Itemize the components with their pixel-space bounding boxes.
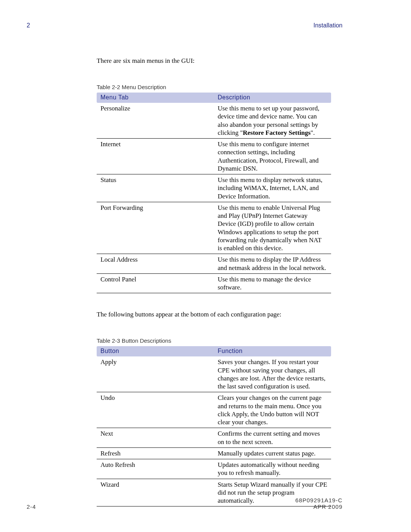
intro-text-1: There are six main menus in the GUI: <box>97 57 331 65</box>
menu-tab-description: Use this menu to manage the device softw… <box>214 273 331 293</box>
button-function: Confirms the current setting and moves o… <box>214 428 331 448</box>
button-label: Refresh <box>97 447 214 459</box>
menu-tab-label: Status <box>97 174 214 202</box>
button-label: Apply <box>97 356 214 392</box>
table-1-caption: Table 2-2 Menu Description <box>97 84 331 90</box>
button-label: Auto Refresh <box>97 459 214 479</box>
button-descriptions-table: Button Function Apply Saves your changes… <box>97 346 331 506</box>
table-row: Port Forwarding Use this menu to enable … <box>97 202 331 254</box>
menu-tab-description: Use this menu to display network status,… <box>214 174 331 202</box>
table-row: Local Address Use this menu to display t… <box>97 254 331 274</box>
menu-tab-label: Personalize <box>97 103 214 139</box>
button-label: Next <box>97 428 214 448</box>
footer-doc-number: 68P09291A19-C <box>295 497 342 503</box>
table-1-head-col2: Description <box>214 93 331 103</box>
button-function: Updates automatically without needing yo… <box>214 459 331 479</box>
menu-tab-label: Local Address <box>97 254 214 274</box>
table-2-head-col2: Function <box>214 346 331 356</box>
button-function: Clears your changes on the current page … <box>214 392 331 428</box>
footer-page-number: 2-4 <box>23 503 36 510</box>
section-title: Installation <box>314 22 389 29</box>
footer-date: APR 2009 <box>295 503 342 510</box>
menu-tab-label: Port Forwarding <box>97 202 214 254</box>
menu-description-table: Menu Tab Description Personalize Use thi… <box>97 93 331 293</box>
menu-tab-description: Use this menu to enable Universal Plug a… <box>214 202 331 254</box>
menu-tab-label: Control Panel <box>97 273 214 293</box>
footer-doc-info: 68P09291A19-C APR 2009 <box>295 497 388 510</box>
table-row: Next Confirms the current setting and mo… <box>97 428 331 448</box>
page-header: 2 Installation <box>23 22 388 29</box>
table-row: Personalize Use this menu to set up your… <box>97 103 331 139</box>
content-area: There are six main menus in the GUI: Tab… <box>97 57 331 506</box>
table-row: Status Use this menu to display network … <box>97 174 331 202</box>
table-2-head-col1: Button <box>97 346 214 356</box>
table-1-head-col1: Menu Tab <box>97 93 214 103</box>
menu-tab-description: Use this menu to display the IP Address … <box>214 254 331 274</box>
menu-tab-description: Use this menu to configure internet conn… <box>214 139 331 174</box>
table-row: Apply Saves your changes. If you restart… <box>97 356 331 392</box>
page-footer: 2-4 68P09291A19-C APR 2009 <box>23 497 388 510</box>
table-row: Undo Clears your changes on the current … <box>97 392 331 428</box>
menu-tab-label: Internet <box>97 139 214 174</box>
menu-tab-description: Use this menu to set up your password, d… <box>214 103 331 139</box>
table-row: Refresh Manually updates current status … <box>97 447 331 459</box>
button-function: Saves your changes. If you restart your … <box>214 356 331 392</box>
table-2-caption: Table 2-3 Button Descriptions <box>97 337 331 344</box>
chapter-number: 2 <box>23 22 30 29</box>
table-row: Control Panel Use this menu to manage th… <box>97 273 331 293</box>
page: 2 Installation There are six main menus … <box>0 0 411 532</box>
intro-text-2: The following buttons appear at the bott… <box>97 311 331 318</box>
table-row: Auto Refresh Updates automatically witho… <box>97 459 331 479</box>
button-label: Undo <box>97 392 214 428</box>
table-row: Internet Use this menu to configure inte… <box>97 139 331 174</box>
button-function: Manually updates current status page. <box>214 447 331 459</box>
